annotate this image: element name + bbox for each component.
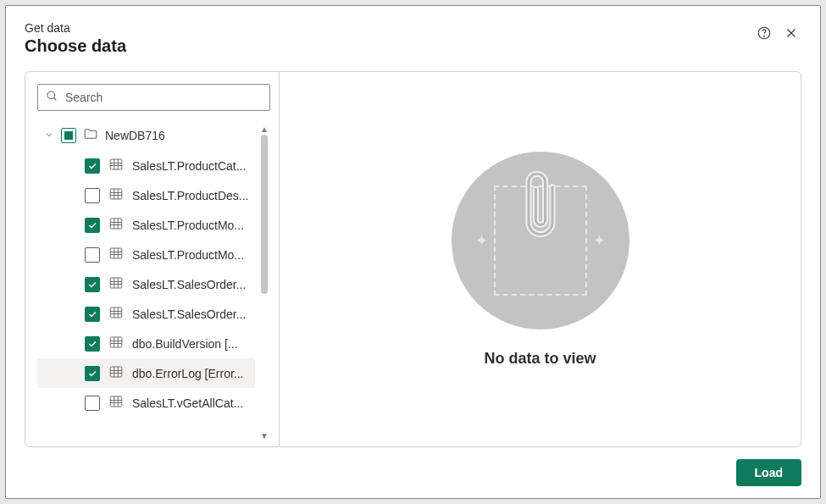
close-icon[interactable] [781,23,801,43]
database-node[interactable]: NewDB716 [37,123,255,147]
svg-rect-10 [110,367,122,377]
svg-rect-6 [110,248,122,258]
table-label: SalesLT.ProductDes... [132,189,248,202]
svg-rect-7 [110,278,122,288]
table-checkbox[interactable] [85,366,100,381]
object-tree: NewDB716 SalesLT.ProductCat...SalesLT.Pr… [37,123,270,441]
table-icon [108,216,124,234]
svg-rect-5 [110,219,122,229]
chevron-down-icon[interactable] [44,129,54,142]
svg-rect-9 [110,337,122,347]
table-icon [108,275,124,293]
navigator-sidebar: NewDB716 SalesLT.ProductCat...SalesLT.Pr… [25,72,280,446]
table-label: SalesLT.ProductMo... [132,248,244,262]
table-label: SalesLT.ProductCat... [132,159,246,173]
get-data-dialog: Get data Choose data [5,5,821,499]
load-button[interactable]: Load [736,459,801,486]
table-icon [108,335,124,352]
table-row[interactable]: SalesLT.vGetAllCat... [37,388,255,418]
table-row[interactable]: SalesLT.ProductDes... [37,180,255,210]
scroll-up-icon[interactable]: ▲ [258,123,270,135]
tree-scroll-area: NewDB716 SalesLT.ProductCat...SalesLT.Pr… [37,123,255,441]
database-label: NewDB716 [105,129,165,142]
table-icon [108,305,124,323]
dialog-header: Get data Choose data [25,21,801,56]
search-box[interactable] [37,84,270,111]
table-label: SalesLT.vGetAllCat... [132,396,243,410]
dialog-footer: Load [25,459,801,486]
table-checkbox[interactable] [85,307,100,322]
table-label: SalesLT.SalesOrder... [132,278,246,291]
table-icon [108,157,124,174]
table-label: dbo.BuildVersion [... [132,337,238,351]
sparkle-icon: ✦ [475,231,488,250]
dialog-subtitle: Get data [25,21,754,35]
table-row[interactable]: SalesLT.SalesOrder... [37,299,255,329]
table-checkbox[interactable] [85,218,100,233]
table-row[interactable]: dbo.BuildVersion [... [37,329,255,358]
scroll-down-icon[interactable]: ▼ [258,429,270,441]
dialog-content: NewDB716 SalesLT.ProductCat...SalesLT.Pr… [25,71,801,447]
table-row[interactable]: SalesLT.ProductMo... [37,240,255,269]
table-icon [108,394,124,412]
table-icon [108,186,124,204]
table-icon [108,364,124,382]
table-checkbox[interactable] [85,188,100,203]
svg-point-1 [764,36,765,36]
svg-rect-3 [110,159,122,169]
preview-pane: ✦ ✦ No data to view [280,72,801,446]
table-checkbox[interactable] [85,396,100,411]
svg-rect-4 [110,189,122,199]
search-icon [45,89,58,106]
svg-rect-11 [110,396,122,407]
help-icon[interactable] [754,23,774,43]
table-row[interactable]: SalesLT.ProductCat... [37,151,255,180]
header-titles: Get data Choose data [25,21,754,56]
table-row[interactable]: dbo.ErrorLog [Error... [37,358,255,388]
svg-rect-8 [110,307,122,318]
paperclip-icon [517,170,564,245]
table-label: dbo.ErrorLog [Error... [132,367,244,380]
scroll-thumb[interactable] [261,135,268,294]
scroll-track[interactable] [261,135,268,429]
database-icon [83,126,98,144]
table-checkbox[interactable] [85,247,100,263]
empty-illustration: ✦ ✦ [452,152,629,330]
database-checkbox[interactable] [61,128,76,143]
search-input[interactable] [65,91,263,104]
table-icon [108,246,124,263]
table-label: SalesLT.SalesOrder... [132,307,246,321]
table-checkbox[interactable] [85,336,100,352]
tree-scrollbar[interactable]: ▲ ▼ [258,123,270,441]
empty-message: No data to view [484,350,596,368]
table-label: SalesLT.ProductMo... [132,219,244,232]
header-actions [754,23,801,43]
table-checkbox[interactable] [85,158,100,174]
svg-point-2 [47,91,55,99]
table-list: SalesLT.ProductCat...SalesLT.ProductDes.… [37,151,255,418]
dialog-title: Choose data [25,36,754,56]
sparkle-icon: ✦ [593,231,606,250]
table-checkbox[interactable] [85,277,100,292]
table-row[interactable]: SalesLT.SalesOrder... [37,269,255,299]
table-row[interactable]: SalesLT.ProductMo... [37,210,255,240]
